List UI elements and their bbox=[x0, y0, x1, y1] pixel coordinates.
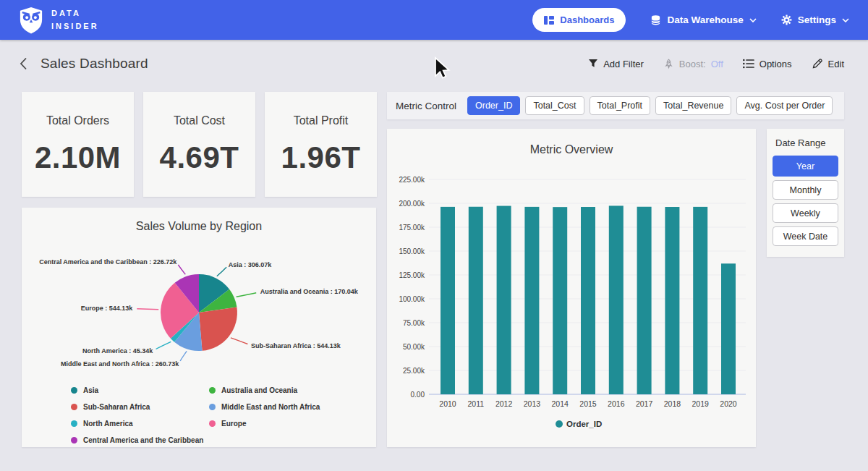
boost-toggle[interactable]: Boost: Off bbox=[663, 59, 723, 69]
nav-dashboards-button[interactable]: Dashboards bbox=[532, 8, 626, 32]
metric-control-bar: Metric Control Order_IDTotal_CostTotal_P… bbox=[387, 92, 844, 119]
svg-text:2014: 2014 bbox=[552, 399, 569, 408]
pie-legend-column: AsiaSub-Saharan AfricaNorth AmericaCentr… bbox=[71, 385, 203, 451]
svg-text:2018: 2018 bbox=[664, 399, 681, 408]
nav-data-warehouse-label: Data Warehouse bbox=[667, 14, 743, 25]
pie-label-australia-and-oceania: Australia and Oceania : 170.04k bbox=[260, 288, 359, 295]
kpi-label: Total Cost bbox=[174, 114, 225, 127]
kpi-card-total-cost: Total Cost 4.69T bbox=[143, 92, 255, 197]
svg-text:175.00k: 175.00k bbox=[399, 224, 425, 232]
bar-chart[interactable]: 0.0025.00k50.00k75.00k100.00k125.00k150.… bbox=[387, 129, 756, 447]
bar-2013[interactable] bbox=[524, 207, 539, 394]
kpi-card-total-orders: Total Orders 2.10M bbox=[22, 92, 134, 197]
date-range-panel: Date Range YearMonthlyWeeklyWeek Date bbox=[767, 129, 844, 257]
metric-option-avg-cost-per-order[interactable]: Avg. Cost per Order bbox=[736, 96, 833, 115]
legend-dot bbox=[209, 420, 216, 427]
add-filter-label: Add Filter bbox=[603, 59, 644, 69]
date-range-buttons: YearMonthlyWeeklyWeek Date bbox=[773, 156, 838, 246]
metric-overview-chart-card: Metric Overview 0.0025.00k50.00k75.00k10… bbox=[387, 129, 756, 447]
pie-label-sub-saharan-africa: Sub-Saharan Africa : 544.13k bbox=[251, 342, 341, 349]
legend-item-north-america[interactable]: North America bbox=[71, 418, 203, 429]
sales-volume-chart-card: Sales Volume by Region Asia : 306.07kAus… bbox=[22, 208, 376, 447]
legend-item-asia[interactable]: Asia bbox=[71, 385, 203, 396]
legend-label: Central America and the Caribbean bbox=[83, 436, 203, 444]
app-window: DATA INSIDER Dashboards Data Warehouse bbox=[0, 0, 868, 471]
legend-item-europe[interactable]: Europe bbox=[209, 418, 320, 429]
legend-item-central-america-and-the-caribbean[interactable]: Central America and the Caribbean bbox=[71, 435, 203, 446]
kpi-card-total-profit: Total Profit 1.96T bbox=[265, 92, 377, 197]
nav-data-warehouse-menu[interactable]: Data Warehouse bbox=[650, 14, 756, 26]
date-range-label: Date Range bbox=[775, 137, 838, 148]
edit-button[interactable]: Edit bbox=[812, 58, 844, 69]
kpi-value: 1.96T bbox=[281, 140, 361, 175]
bar-2010[interactable] bbox=[441, 207, 455, 394]
bar-2014[interactable] bbox=[553, 207, 567, 394]
bar-2012[interactable] bbox=[497, 206, 511, 394]
svg-text:125.00k: 125.00k bbox=[399, 271, 425, 279]
nav-menu: Dashboards Data Warehouse Settings bbox=[532, 8, 849, 32]
svg-text:150.00k: 150.00k bbox=[399, 247, 425, 255]
bar-2018[interactable] bbox=[665, 207, 679, 394]
bar-2015[interactable] bbox=[581, 207, 595, 394]
metric-option-order-id[interactable]: Order_ID bbox=[467, 96, 520, 115]
edit-label: Edit bbox=[828, 59, 844, 69]
database-icon bbox=[650, 14, 661, 26]
date-range-weekly[interactable]: Weekly bbox=[773, 203, 838, 223]
brand-text: DATA INSIDER bbox=[51, 7, 99, 32]
legend-item-australia-and-oceania[interactable]: Australia and Oceania bbox=[209, 385, 320, 396]
metric-option-total-profit[interactable]: Total_Profit bbox=[590, 96, 651, 115]
pie-label-middle-east-and-north-africa: Middle East and North Africa : 260.73k bbox=[61, 360, 179, 368]
svg-text:200.00k: 200.00k bbox=[399, 200, 425, 208]
svg-text:100.00k: 100.00k bbox=[399, 295, 425, 303]
date-range-year[interactable]: Year bbox=[773, 156, 838, 177]
page-title: Sales Dashboard bbox=[41, 56, 148, 72]
svg-text:225.00k: 225.00k bbox=[399, 176, 425, 184]
bar-2016[interactable] bbox=[609, 205, 624, 394]
legend-dot bbox=[71, 404, 77, 410]
date-range-week-date[interactable]: Week Date bbox=[773, 226, 838, 246]
options-button[interactable]: Options bbox=[743, 59, 792, 69]
add-filter-button[interactable]: Add Filter bbox=[588, 59, 644, 69]
svg-text:2019: 2019 bbox=[692, 399, 710, 408]
page-header: Sales Dashboard Add Filter Boost: Off bbox=[0, 40, 868, 88]
legend-label: Asia bbox=[83, 386, 98, 394]
options-list-icon bbox=[743, 59, 754, 69]
pie-label-europe: Europe : 544.13k bbox=[81, 305, 134, 312]
svg-text:0.00: 0.00 bbox=[411, 391, 425, 399]
bar-legend[interactable]: Order_ID bbox=[556, 420, 602, 428]
legend-label: Europe bbox=[221, 420, 246, 428]
metric-option-total-revenue[interactable]: Total_Revenue bbox=[655, 96, 731, 115]
metric-option-total-cost[interactable]: Total_Cost bbox=[525, 96, 584, 115]
legend-label: Middle East and North Africa bbox=[221, 403, 320, 411]
svg-text:2017: 2017 bbox=[636, 399, 653, 408]
svg-text:2012: 2012 bbox=[495, 399, 513, 408]
date-range-monthly[interactable]: Monthly bbox=[773, 180, 838, 200]
pie-label-central-america-and-the-caribbean: Central America and the Caribbean : 226.… bbox=[39, 258, 177, 266]
legend-item-middle-east-and-north-africa[interactable]: Middle East and North Africa bbox=[209, 402, 320, 412]
kpi-label: Total Orders bbox=[46, 114, 109, 127]
nav-settings-label: Settings bbox=[798, 14, 836, 25]
chevron-down-icon bbox=[749, 18, 757, 22]
legend-dot bbox=[209, 404, 216, 410]
bar-2019[interactable] bbox=[693, 207, 707, 394]
gear-icon bbox=[781, 14, 792, 25]
nav-settings-menu[interactable]: Settings bbox=[781, 14, 849, 25]
svg-text:2020: 2020 bbox=[720, 399, 737, 408]
legend-label: Australia and Oceania bbox=[221, 386, 297, 394]
pie-label-north-america: North America : 45.34k bbox=[82, 347, 153, 355]
bar-2020[interactable] bbox=[721, 263, 736, 394]
kpi-value: 2.10M bbox=[35, 140, 121, 175]
kpi-value: 4.69T bbox=[160, 140, 239, 175]
svg-text:2016: 2016 bbox=[608, 399, 625, 408]
pie-slice-sub-saharan-africa[interactable] bbox=[199, 307, 237, 350]
bar-2011[interactable] bbox=[469, 207, 483, 394]
legend-dot bbox=[71, 437, 77, 444]
legend-item-sub-saharan-africa[interactable]: Sub-Saharan Africa bbox=[71, 402, 203, 412]
boost-value: Off bbox=[711, 59, 723, 69]
chevron-down-icon bbox=[842, 18, 849, 22]
svg-text:2015: 2015 bbox=[579, 399, 597, 408]
pencil-icon bbox=[812, 58, 823, 69]
back-arrow-icon[interactable] bbox=[20, 57, 27, 70]
bar-2017[interactable] bbox=[637, 207, 652, 394]
svg-text:2011: 2011 bbox=[468, 399, 485, 408]
